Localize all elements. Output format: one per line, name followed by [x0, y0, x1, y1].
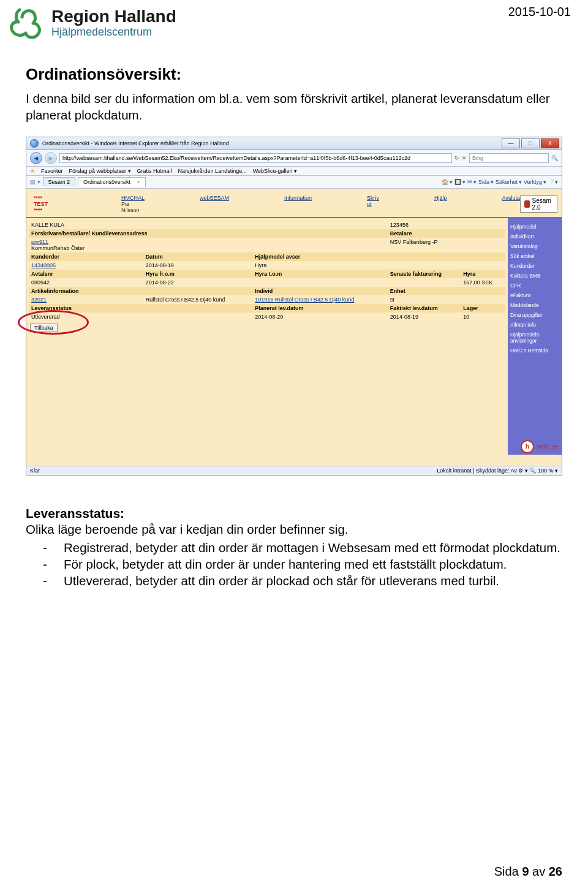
screenshot-ordination: Ordinationsöversikt - Windows Internet E… — [26, 137, 562, 476]
patient-id: 123456 — [388, 221, 461, 229]
logo-line1: Region Halland — [51, 8, 176, 25]
window-title: Ordinationsöversikt - Windows Internet E… — [42, 140, 229, 146]
page-footer: Sida 9 av 26 — [494, 865, 562, 879]
label-planerat-levdatum: Planerat lev.datum — [252, 304, 388, 313]
bullet-utlevererad: Utlevererad, betyder att din order är pl… — [64, 572, 499, 589]
sidebar-item[interactable]: Dina uppgifter — [510, 310, 559, 320]
sidebar-item[interactable]: Individkort — [510, 232, 559, 241]
refresh-icon[interactable]: ↻ — [454, 155, 459, 161]
link-websesam[interactable]: webSESAM — [200, 195, 229, 201]
sesam-logo-icon — [524, 200, 530, 208]
link-hjalp[interactable]: Hjälp — [434, 195, 447, 201]
heading-ordination: Ordinationsöversikt: — [26, 65, 562, 84]
logo-line2: Hjälpmedelscentrum — [51, 25, 176, 39]
label-avtalsnr: Avtalsnr — [29, 270, 143, 278]
value-faktiskt-levdatum: 2014-08-19 — [388, 313, 461, 321]
value-avser: Hyra — [252, 261, 388, 270]
value-kund: KommunRehab Öster — [31, 245, 85, 251]
tillbaka-button[interactable]: Tillbaka — [30, 324, 58, 332]
test-banner: **** TEST **** — [34, 195, 48, 213]
sidebar-item[interactable]: Hjälpmedel — [510, 222, 559, 232]
sidebar-item[interactable]: Allmän info — [510, 320, 559, 330]
hinfo-icon: h — [521, 440, 534, 453]
search-icon[interactable]: 🔍 — [551, 155, 558, 161]
sesam-badge-text: Sesam 2.0 — [532, 197, 553, 211]
fav-item-1[interactable]: Gratis Hotmail — [137, 168, 172, 174]
label-kundorder: Kundorder — [29, 252, 143, 261]
fav-item-3[interactable]: WebSlice-galleri ▾ — [253, 168, 297, 174]
tab-ordination[interactable]: Ordinationsöversikt × — [78, 177, 146, 187]
window-minimize-button[interactable]: — — [502, 138, 520, 148]
label-leveransstatus: Leveransstatus — [29, 304, 143, 313]
value-enhet: st — [388, 295, 461, 304]
label-hyra-tom: Hyra t.o.m — [252, 270, 388, 278]
ie-icon — [30, 139, 39, 148]
browser-tools[interactable]: 🏠 ▾ 🔲 ▾ ✉ ▾ Sida ▾ Säkerhet ▾ Verktyg ▾ … — [442, 179, 558, 185]
link-hmchal[interactable]: HMCHAL — [121, 195, 145, 201]
sidebar-item[interactable]: Kundorder — [510, 261, 559, 271]
label-enhet: Enhet — [388, 287, 461, 295]
hinfo-link[interactable]: h hinfo.se — [521, 440, 558, 453]
tab-close-icon[interactable]: × — [137, 179, 140, 185]
sidebar-item[interactable]: eFaktura — [510, 290, 559, 300]
user-name: Pia Nilsson — [121, 201, 145, 213]
fav-item-2[interactable]: Närsjukvården Landstinge... — [178, 168, 247, 174]
label-forskrivare: Förskrivare/beställare/ Kund/leveransadr… — [29, 229, 388, 238]
sidebar-item[interactable]: Sök artikel — [510, 251, 559, 261]
sidebar-item[interactable]: HMC:s Hemsida — [510, 346, 559, 355]
label-individ: Individ — [252, 287, 388, 295]
footer-page: 9 — [522, 865, 529, 878]
window-close-button[interactable]: X — [541, 138, 559, 148]
label-hyra: Hyra — [461, 270, 505, 278]
link-information[interactable]: Information — [284, 195, 312, 201]
footer-total: 26 — [549, 865, 562, 878]
status-right: Lokalt intranät | Skyddat läge: Av ⚙ ▾ 🔍… — [437, 468, 558, 474]
label-senaste-fakt: Senaste fakturering — [388, 270, 461, 278]
window-maximize-button[interactable]: □ — [521, 138, 540, 148]
value-datum: 2014-08-19 — [143, 261, 252, 270]
leveransstatus-subline: Olika läge beroende på var i kedjan din … — [26, 522, 562, 537]
link-individ[interactable]: 101915 Rullstol Cross I B42.5 Dj40 kund — [255, 297, 354, 303]
sidebar-item[interactable]: Meddelande — [510, 300, 559, 310]
search-box[interactable]: Bing — [469, 153, 549, 163]
logo: Region Halland Hjälpmedelscentrum — [7, 5, 176, 43]
heading-leveransstatus: Leveransstatus: — [26, 506, 562, 521]
stop-icon[interactable]: ✕ — [462, 155, 467, 161]
link-pnr[interactable]: pnr911 — [31, 239, 48, 245]
link-avsluta[interactable]: Avsluta — [502, 195, 520, 201]
sidebar-item[interactable]: CFR — [510, 281, 559, 290]
fav-item-0[interactable]: Förslag på webbplatser ▾ — [69, 168, 131, 174]
label-hjalpmedel-avser: Hjälpmedel avser — [252, 252, 388, 261]
status-left: Klar — [30, 468, 40, 474]
link-kundorder[interactable]: 14340005 — [31, 262, 56, 268]
nav-forward-button[interactable]: ► — [45, 152, 57, 164]
page-date: 2015-10-01 — [508, 5, 571, 19]
value-lager: 10 — [461, 313, 505, 321]
hinfo-text: hinfo.se — [537, 443, 558, 450]
link-artikel[interactable]: 32021 — [31, 297, 47, 303]
favorites-star-icon[interactable]: ★ — [30, 168, 35, 174]
nav-back-button[interactable]: ◄ — [30, 152, 42, 164]
value-avtalsnr: 080942 — [29, 278, 143, 287]
sidebar-item[interactable]: Kvittera BMB — [510, 271, 559, 281]
intro-paragraph: I denna bild ser du information om bl.a.… — [26, 90, 562, 123]
tabgroup-icon[interactable]: ▤ ▾ — [30, 179, 40, 185]
address-bar[interactable]: http://websesam.lthalland.se/WebSesam52.… — [59, 153, 452, 163]
footer-mid: av — [529, 865, 549, 878]
sidebar-item[interactable]: Varukatalog — [510, 241, 559, 251]
value-hyra-from: 2014-08-22 — [143, 278, 252, 287]
value-leveransstatus: Utlevererad — [29, 313, 143, 321]
bullet-list: -Registrerad, betyder att din order är m… — [26, 539, 562, 589]
link-skrivut[interactable]: Skriv ut — [367, 195, 379, 207]
favorites-label[interactable]: Favoriter — [41, 168, 63, 174]
footer-prefix: Sida — [494, 865, 522, 878]
label-hyra-from: Hyra fr.o.m — [143, 270, 252, 278]
value-planerat-levdatum: 2014-08-20 — [252, 313, 388, 321]
logo-icon — [7, 5, 45, 43]
tab-sesam2[interactable]: Sesam 2 — [43, 177, 76, 186]
sidebar-item[interactable]: Hjälpmedels- anvisningar — [510, 330, 559, 346]
label-datum: Datum — [143, 252, 252, 261]
tab-ordination-label: Ordinationsöversikt — [83, 179, 130, 185]
patient-name: KALLE KULA — [29, 221, 143, 229]
bullet-for-plock: För plock, betyder att din order är unde… — [64, 556, 507, 572]
